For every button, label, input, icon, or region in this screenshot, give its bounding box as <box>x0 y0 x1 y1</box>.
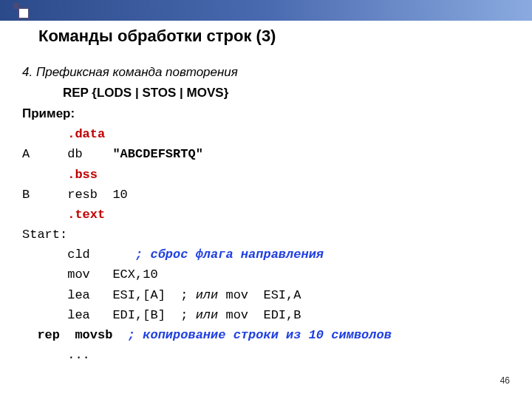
code-block: .data A db "ABCDEFSRTQ" .bss B resb 10 .… <box>22 124 510 365</box>
code-directive-bss: .bss <box>22 168 98 182</box>
code-line: cld ; сброс флага направления <box>22 248 324 262</box>
code-line: ... <box>22 348 90 362</box>
example-label: Пример: <box>22 103 510 124</box>
code-line: lea EDI,[B] ; или mov EDI,B <box>22 308 301 322</box>
code-comment: ; сброс флага направления <box>135 248 324 262</box>
code-line: A db "ABCDEFSRTQ" <box>22 147 203 161</box>
code-directive-data: .data <box>22 127 105 141</box>
slide-number: 46 <box>500 375 510 386</box>
code-directive-text: .text <box>22 208 105 222</box>
slide-title: Команды обработки строк (3) <box>38 27 532 46</box>
code-line: rep movsb ; копирование строки из 10 сим… <box>22 328 392 342</box>
header-bar <box>0 0 532 21</box>
code-line: mov ECX,10 <box>22 267 158 282</box>
slide-content: 4. Префиксная команда повторения REP {LO… <box>0 46 532 365</box>
intro-text: 4. Префиксная команда повторения <box>22 62 510 83</box>
code-line: lea ESI,[A] ; или mov ESI,A <box>22 288 301 302</box>
slide-bullet-icon <box>10 0 31 21</box>
code-label: Start: <box>22 228 67 242</box>
syntax-line: REP {LODS | STOS | MOVS} <box>22 83 510 103</box>
code-comment: ; копирование строки из 10 символов <box>128 328 392 342</box>
title-row: Команды обработки строк (3) <box>0 21 532 46</box>
code-line: B resb 10 <box>22 188 128 202</box>
